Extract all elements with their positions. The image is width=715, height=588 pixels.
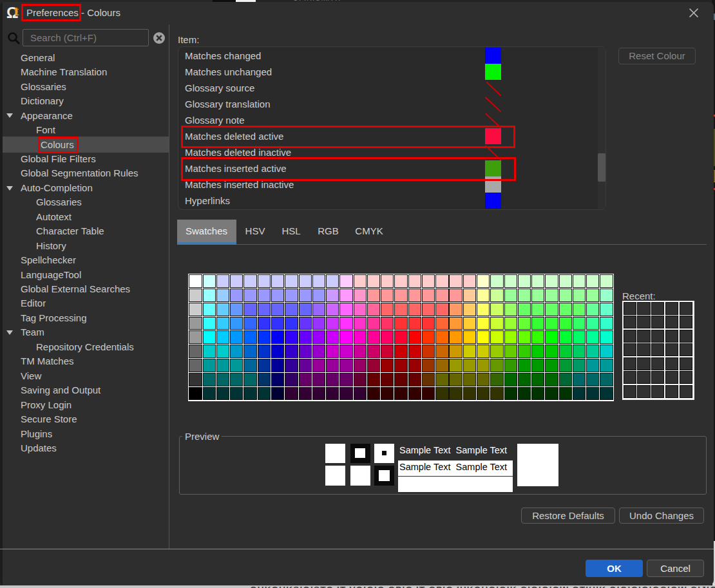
- svg-text:t: t: [14, 3, 19, 19]
